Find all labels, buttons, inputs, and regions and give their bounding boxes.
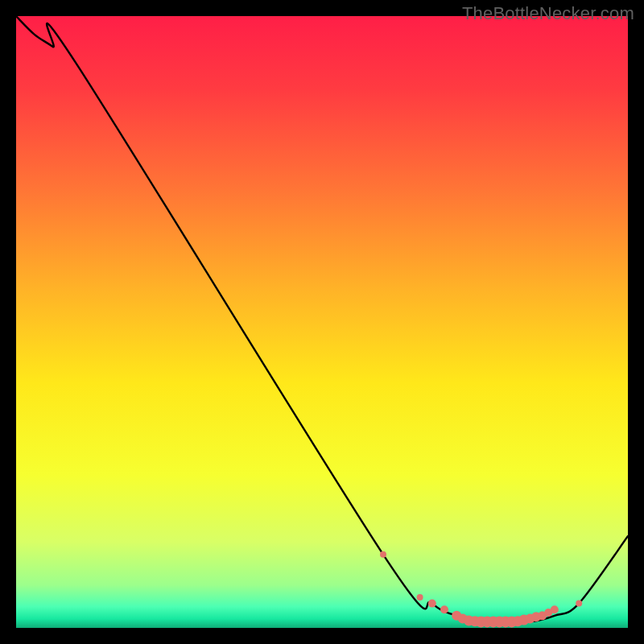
watermark-text: TheBottleNecker.com xyxy=(462,3,634,24)
highlight-marker xyxy=(440,605,448,613)
gradient-background xyxy=(16,16,628,628)
highlight-marker xyxy=(551,605,559,613)
highlight-marker xyxy=(417,594,423,601)
plot-svg xyxy=(16,16,628,628)
chart-frame: TheBottleNecker.com xyxy=(0,0,644,644)
highlight-marker xyxy=(380,551,386,558)
highlight-marker xyxy=(428,600,436,608)
plot-area xyxy=(16,16,628,628)
highlight-marker xyxy=(576,601,582,607)
